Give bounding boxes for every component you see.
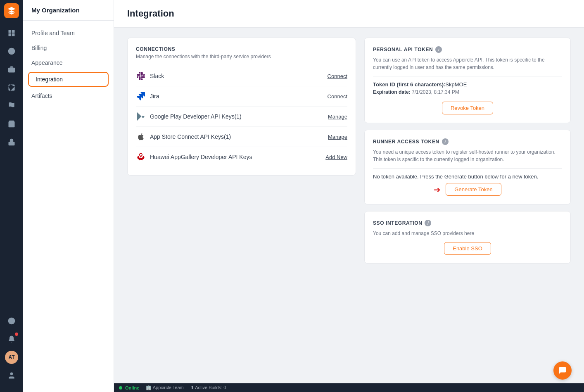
- token-id-row: Token ID (first 6 characters):SkpMOE: [373, 81, 562, 88]
- jira-connect-button[interactable]: Connect: [328, 93, 347, 100]
- nav-item-integration[interactable]: Integration: [28, 72, 109, 87]
- slack-name: Slack: [150, 73, 164, 79]
- connection-slack-left: Slack: [136, 71, 164, 81]
- org-label: 🏢 Appcircle Team: [146, 385, 183, 390]
- divider-1: [373, 76, 562, 76]
- personal-api-token-desc: You can use an API token to access Appci…: [373, 56, 562, 71]
- nav-icon-testing[interactable]: [3, 79, 20, 96]
- huawei-name: Huawei AppGallery Developer API Keys: [150, 154, 252, 160]
- sso-integration-header: SSO INTEGRATION i: [373, 220, 562, 226]
- connection-google-play: Google Play Developer API Keys(1) Manage: [136, 107, 347, 127]
- nav-icon-store[interactable]: [3, 116, 20, 132]
- runner-access-token-desc: You need a unique access token to regist…: [373, 148, 562, 163]
- main-content: Integration CONNECTIONS Manage the conne…: [114, 0, 584, 392]
- app-store-manage-button[interactable]: Manage: [328, 134, 347, 140]
- token-id-label: Token ID (first 6 characters):: [373, 81, 445, 88]
- nav-item-profile[interactable]: Profile and Team: [23, 26, 114, 40]
- jira-name: Jira: [150, 93, 159, 100]
- sso-integration-panel: SSO INTEGRATION i You can add and manage…: [364, 211, 571, 264]
- connection-app-store-left: App Store Connect API Keys(1): [136, 132, 231, 142]
- sso-integration-desc: You can add and manage SSO providers her…: [373, 230, 562, 237]
- content-area: CONNECTIONS Manage the connections with …: [114, 28, 584, 383]
- connection-google-play-left: Google Play Developer API Keys(1): [136, 112, 242, 121]
- no-token-text: No token available. Press the Generate b…: [373, 173, 562, 180]
- app-logo[interactable]: [4, 3, 19, 18]
- connections-panel: CONNECTIONS Manage the connections with …: [127, 38, 356, 176]
- connection-jira-left: Jira: [136, 91, 159, 101]
- right-panels: PERSONAL API TOKEN i You can use an API …: [364, 38, 571, 373]
- runner-access-token-title: RUNNER ACCESS TOKEN: [373, 139, 439, 145]
- token-exp-row: Expiration date: 7/1/2023, 8:17:34 PM: [373, 89, 562, 95]
- google-play-name: Google Play Developer API Keys(1): [150, 113, 242, 120]
- personal-api-token-panel: PERSONAL API TOKEN i You can use an API …: [364, 38, 571, 123]
- nav-icon-info[interactable]: [3, 313, 20, 329]
- connection-app-store: App Store Connect API Keys(1) Manage: [136, 127, 347, 147]
- nav-icon-builds[interactable]: [3, 61, 20, 78]
- connections-subtitle: Manage the connections with the third-pa…: [136, 54, 347, 59]
- revoke-token-button[interactable]: Revoke Token: [442, 102, 493, 114]
- nav-icon-security[interactable]: [3, 134, 20, 150]
- nav-icon-avatar[interactable]: AT: [3, 349, 20, 366]
- nav-icon-user-profile[interactable]: [3, 367, 20, 384]
- slack-connect-button[interactable]: Connect: [328, 73, 347, 79]
- connection-jira: Jira Connect: [136, 86, 347, 107]
- page-header: Integration: [114, 0, 584, 28]
- online-label: Online: [125, 385, 139, 390]
- personal-api-token-header: PERSONAL API TOKEN i: [373, 46, 562, 53]
- sso-integration-info-icon[interactable]: i: [425, 220, 431, 226]
- jira-icon: [136, 91, 146, 101]
- runner-access-token-header: RUNNER ACCESS TOKEN i: [373, 138, 562, 145]
- online-indicator: Online: [119, 385, 139, 390]
- nav-item-artifacts[interactable]: Artifacts: [23, 88, 114, 103]
- runner-access-token-panel: RUNNER ACCESS TOKEN i You need a unique …: [364, 130, 571, 204]
- icon-sidebar: AT: [0, 0, 23, 392]
- nav-icon-distribution[interactable]: [3, 97, 20, 114]
- nav-icon-notifications[interactable]: [3, 331, 20, 347]
- org-header: My Organization: [23, 0, 114, 21]
- app-store-icon: [136, 132, 146, 142]
- svg-point-8: [10, 373, 13, 375]
- bottom-status-bar: Online 🏢 Appcircle Team ⬆ Active Builds:…: [114, 383, 584, 392]
- connection-huawei: Huawei AppGallery Developer API Keys Add…: [136, 147, 347, 167]
- token-exp-label: Expiration date:: [373, 89, 411, 95]
- nav-sidebar: My Organization Profile and Team Billing…: [23, 0, 114, 392]
- runner-access-token-info-icon[interactable]: i: [442, 138, 449, 145]
- user-avatar[interactable]: AT: [5, 351, 18, 364]
- bottom-icons: AT: [3, 313, 20, 389]
- nav-item-billing[interactable]: Billing: [23, 40, 114, 55]
- personal-api-token-title: PERSONAL API TOKEN: [373, 47, 433, 52]
- notification-badge: [15, 333, 18, 336]
- divider-2: [373, 168, 562, 169]
- builds-label: ⬆ Active Builds: 0: [190, 385, 226, 390]
- sso-integration-title: SSO INTEGRATION: [373, 220, 422, 226]
- enable-sso-button[interactable]: Enable SSO: [444, 242, 491, 255]
- google-play-manage-button[interactable]: Manage: [328, 114, 347, 120]
- page-title: Integration: [127, 8, 571, 19]
- arrow-icon: ➔: [434, 185, 441, 195]
- nav-item-appearance[interactable]: Appearance: [23, 55, 114, 70]
- online-dot: [119, 386, 122, 390]
- huawei-add-button[interactable]: Add New: [325, 154, 347, 160]
- huawei-icon: [136, 152, 146, 162]
- connections-title: CONNECTIONS: [136, 46, 347, 52]
- svg-rect-1: [8, 68, 15, 73]
- token-exp-value: 7/1/2023, 8:17:34 PM: [412, 89, 459, 95]
- token-id-value: SkpMOE: [445, 81, 467, 88]
- slack-icon: [136, 71, 146, 81]
- generate-token-button[interactable]: Generate Token: [446, 183, 501, 196]
- nav-icon-pipelines[interactable]: [3, 43, 20, 59]
- svg-rect-4: [9, 142, 15, 145]
- google-play-icon: [136, 112, 146, 121]
- nav-icon-dashboard[interactable]: [3, 25, 20, 41]
- chat-bubble-button[interactable]: [553, 361, 572, 380]
- connection-slack: Slack Connect: [136, 66, 347, 86]
- personal-api-token-info-icon[interactable]: i: [435, 46, 442, 53]
- app-store-name: App Store Connect API Keys(1): [150, 133, 231, 140]
- connection-huawei-left: Huawei AppGallery Developer API Keys: [136, 152, 252, 162]
- generate-row: ➔ Generate Token: [373, 183, 562, 196]
- nav-items: Profile and Team Billing Appearance Inte…: [23, 21, 114, 108]
